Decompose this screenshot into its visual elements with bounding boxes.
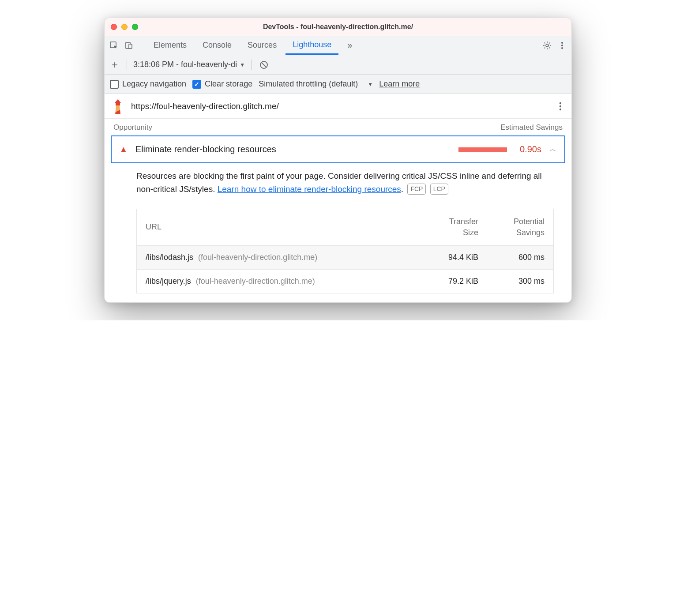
desc-suffix: . <box>401 184 403 194</box>
resource-host: (foul-heavenly-direction.glitch.me) <box>198 253 317 262</box>
chevron-down-icon: ▼ <box>240 62 245 68</box>
opportunity-item[interactable]: ▲ Eliminate render-blocking resources 0.… <box>111 135 565 163</box>
separator <box>251 60 252 70</box>
td-url: /libs/jquery.js (foul-heavenly-direction… <box>146 277 417 286</box>
main-toolbar: Elements Console Sources Lighthouse » <box>105 36 571 55</box>
fail-triangle-icon: ▲ <box>120 145 128 154</box>
tab-sources[interactable]: Sources <box>240 36 284 55</box>
table-row: /libs/jquery.js (foul-heavenly-direction… <box>137 269 553 293</box>
tab-elements[interactable]: Elements <box>146 36 194 55</box>
inspect-element-icon[interactable] <box>107 39 120 52</box>
desc-link[interactable]: Learn how to eliminate render-blocking r… <box>218 184 401 194</box>
opportunity-label: Eliminate render-blocking resources <box>135 144 451 154</box>
td-savings: 600 ms <box>478 253 545 262</box>
device-toolbar-icon[interactable] <box>122 39 135 52</box>
window-title: DevTools - foul-heavenly-direction.glitc… <box>105 23 571 31</box>
report-url: https://foul-heavenly-direction.glitch.m… <box>131 101 549 111</box>
titlebar: DevTools - foul-heavenly-direction.glitc… <box>105 18 571 36</box>
th-transfer-size: TransferSize <box>417 216 478 238</box>
lighthouse-toolbar: + 3:18:06 PM - foul-heavenly-di ▼ <box>105 55 571 75</box>
minimize-window-button[interactable] <box>121 24 128 30</box>
metric-tag-fcp: FCP <box>407 184 426 194</box>
legacy-label: Legacy navigation <box>122 79 186 89</box>
tab-lighthouse[interactable]: Lighthouse <box>285 36 338 55</box>
svg-point-3 <box>546 44 548 47</box>
td-size: 79.2 KiB <box>417 277 478 286</box>
resource-path: /libs/jquery.js <box>146 277 191 285</box>
report-selector-label: 3:18:06 PM - foul-heavenly-di <box>133 60 237 69</box>
lighthouse-options: Legacy navigation Clear storage Simulate… <box>105 75 571 94</box>
separator <box>127 60 127 70</box>
chevron-down-icon: ▼ <box>368 81 373 87</box>
savings-bar <box>458 147 507 152</box>
svg-point-5 <box>561 45 563 46</box>
window-controls <box>111 24 138 30</box>
more-options-icon[interactable] <box>556 39 569 52</box>
legacy-checkbox[interactable] <box>110 80 119 89</box>
throttling-selector[interactable]: Simulated throttling (default) ▼ <box>259 79 373 89</box>
new-report-button[interactable]: + <box>109 59 120 71</box>
svg-point-13 <box>560 102 561 104</box>
lighthouse-icon <box>112 99 124 113</box>
svg-point-4 <box>561 42 563 44</box>
separator <box>141 41 141 50</box>
close-window-button[interactable] <box>111 24 117 30</box>
td-savings: 300 ms <box>478 277 545 286</box>
throttling-label: Simulated throttling (default) <box>259 79 358 89</box>
learn-more-link[interactable]: Learn more <box>379 79 420 89</box>
td-size: 94.4 KiB <box>417 253 478 262</box>
metric-tag-lcp: LCP <box>430 184 448 194</box>
savings-value: 0.90s <box>515 144 541 154</box>
tab-console[interactable]: Console <box>195 36 239 55</box>
report-url-bar: https://foul-heavenly-direction.glitch.m… <box>105 94 571 119</box>
svg-point-14 <box>560 105 561 107</box>
opportunity-description: Resources are blocking the first paint o… <box>105 168 571 198</box>
resource-path: /libs/lodash.js <box>146 253 193 262</box>
svg-marker-12 <box>115 99 121 103</box>
settings-icon[interactable] <box>541 39 554 52</box>
svg-rect-2 <box>129 44 132 49</box>
svg-rect-11 <box>116 103 120 105</box>
resources-table: URL TransferSize PotentialSavings /libs/… <box>136 209 554 293</box>
clear-storage-label: Clear storage <box>205 79 252 89</box>
tabs-overflow-icon[interactable]: » <box>340 36 359 55</box>
th-potential-savings: PotentialSavings <box>478 216 545 238</box>
td-url: /libs/lodash.js (foul-heavenly-direction… <box>146 253 417 262</box>
opportunity-title: Opportunity <box>113 123 152 132</box>
report-selector[interactable]: 3:18:06 PM - foul-heavenly-di ▼ <box>133 60 245 69</box>
savings-title: Estimated Savings <box>500 123 563 132</box>
devtools-window: DevTools - foul-heavenly-direction.glitc… <box>104 18 572 303</box>
svg-line-8 <box>262 62 267 67</box>
clear-storage-option[interactable]: Clear storage <box>192 79 252 89</box>
chevron-up-icon: ︿ <box>549 145 556 154</box>
clear-report-icon[interactable] <box>259 60 268 69</box>
svg-point-15 <box>560 108 561 110</box>
th-url: URL <box>146 222 417 232</box>
report-menu-icon[interactable] <box>556 101 564 111</box>
table-header: URL TransferSize PotentialSavings <box>137 209 553 245</box>
maximize-window-button[interactable] <box>132 24 138 30</box>
legacy-navigation-option[interactable]: Legacy navigation <box>110 79 186 89</box>
resource-host: (foul-heavenly-direction.glitch.me) <box>196 277 315 285</box>
opportunity-header: Opportunity Estimated Savings <box>105 119 571 135</box>
clear-storage-checkbox[interactable] <box>192 80 201 89</box>
svg-point-6 <box>561 47 563 49</box>
table-row: /libs/lodash.js (foul-heavenly-direction… <box>137 245 553 269</box>
